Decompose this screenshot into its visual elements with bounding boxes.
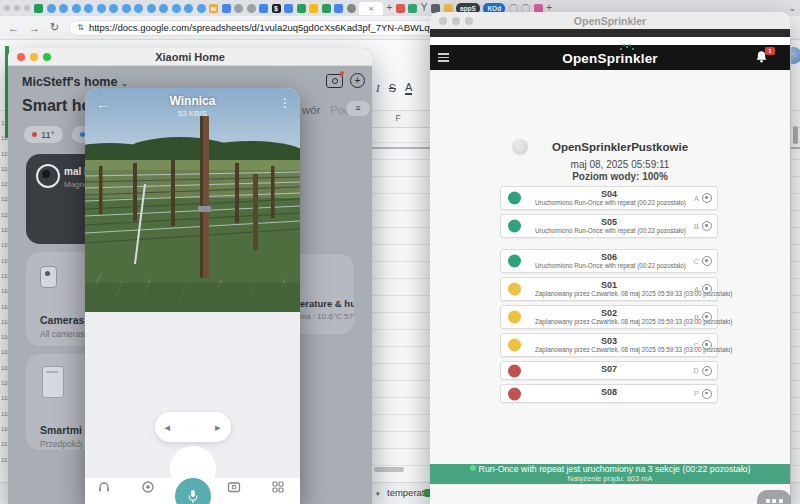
station-dial-icon[interactable]	[702, 389, 712, 399]
column-header-f[interactable]: F	[390, 113, 406, 123]
station-status-dot	[508, 311, 521, 324]
tab-favicon-icon[interactable]	[259, 4, 268, 13]
tab-favicon-icon[interactable]	[197, 4, 206, 13]
pan-left-icon[interactable]: ◂	[165, 421, 171, 434]
tab-overflow-chevron-icon[interactable]: ⌄	[788, 3, 796, 13]
station-row[interactable]: S06 Uruchomiono Run-Once with repeat (00…	[500, 249, 718, 273]
temperature-chip[interactable]: 11°	[24, 126, 63, 143]
pan-right-icon[interactable]: ▸	[215, 421, 221, 434]
tab-favicon-icon[interactable]	[172, 4, 181, 13]
station-row[interactable]: S04 Uruchomiono Run-Once with repeat (00…	[500, 186, 718, 210]
sheet-tab[interactable]: temperat	[387, 487, 425, 498]
tab-favicon-icon[interactable]	[334, 4, 343, 13]
back-button[interactable]: ←	[8, 22, 19, 34]
text-color-icon[interactable]: A	[405, 82, 412, 95]
tab-favicon-icon[interactable]: +	[387, 3, 393, 13]
tab-favicon-icon[interactable]	[72, 4, 81, 13]
station-dial-icon[interactable]	[702, 221, 712, 231]
tab-favicon-icon[interactable]	[34, 4, 43, 13]
chrome-minimize-button[interactable]	[14, 5, 20, 11]
opensprinkler-titlebar[interactable]: OpenSprinkler	[430, 12, 790, 29]
humidifier-device-icon	[42, 366, 64, 398]
station-status-text: Uruchomiono Run-Once with repeat (00:22 …	[535, 262, 683, 269]
station-name: S08	[535, 387, 683, 397]
horizontal-scrollbar[interactable]	[374, 467, 404, 472]
quick-actions-grid-button[interactable]	[757, 490, 791, 504]
running-dot-icon	[470, 465, 476, 471]
tab-favicon-icon[interactable]	[408, 4, 417, 13]
sheet-tab-dropdown-icon[interactable]: ▾	[376, 490, 380, 498]
tab-favicon-icon[interactable]	[347, 4, 356, 13]
add-device-button[interactable]: +	[350, 73, 365, 88]
tab-favicon-icon[interactable]	[147, 4, 156, 13]
url-field[interactable]: ⇅ https://docs.google.com/spreadsheets/d…	[69, 20, 437, 36]
vertical-scrollbar[interactable]	[793, 126, 798, 144]
room-tab-partial[interactable]: wór	[302, 104, 321, 116]
tab-favicon-icon[interactable]	[47, 4, 56, 13]
chrome-close-button[interactable]	[4, 5, 10, 11]
station-group-letter: A	[694, 285, 699, 294]
tab-favicon-icon[interactable]	[184, 4, 193, 13]
station-dial-icon[interactable]	[702, 284, 712, 294]
tab-favicon-icon[interactable]	[134, 4, 143, 13]
site-settings-icon[interactable]: ⇅	[77, 23, 84, 32]
station-row[interactable]: S02 Zaplanowany przez Czwartek, 08 maj 2…	[500, 305, 718, 329]
screenshot-icon[interactable]	[227, 480, 241, 498]
tab-favicon-icon[interactable]	[234, 4, 243, 13]
station-dial-icon[interactable]	[702, 193, 712, 203]
station-status-dot	[508, 283, 521, 296]
tab-favicon-icon[interactable]	[222, 4, 231, 13]
station-status-dot	[508, 255, 521, 268]
forward-button[interactable]: →	[29, 22, 40, 34]
more-menu-icon[interactable]: ⋮	[279, 96, 291, 110]
station-status-dot	[508, 364, 521, 377]
record-icon[interactable]	[141, 480, 155, 498]
tab-favicon-icon[interactable]	[59, 4, 68, 13]
station-status-dot	[508, 192, 521, 205]
tab-favicon-icon[interactable]: $	[272, 4, 281, 13]
tab-favicon-icon[interactable]	[322, 4, 331, 13]
more-grid-icon[interactable]	[271, 480, 285, 498]
run-status-bar: Run-Once with repeat jest uruchomiony na…	[430, 464, 790, 484]
tab-favicon-icon[interactable]	[309, 4, 318, 13]
station-dial-icon[interactable]	[702, 340, 712, 350]
station-row[interactable]: S07 D	[500, 361, 718, 380]
pan-control[interactable]: ◂ · · ▸	[155, 412, 231, 442]
tab-favicon-icon[interactable]: w	[209, 4, 218, 13]
xiaomi-titlebar[interactable]: Xiaomi Home	[8, 48, 372, 66]
tab-favicon-icon[interactable]	[297, 4, 306, 13]
station-list: S04 Uruchomiono Run-Once with repeat (00…	[500, 186, 718, 403]
tab-favicon-icon[interactable]: ×	[359, 2, 383, 15]
reload-button[interactable]: ↻	[50, 21, 59, 34]
station-dial-icon[interactable]	[702, 366, 712, 376]
station-row[interactable]: S05 Uruchomiono Run-Once with repeat (00…	[500, 214, 718, 238]
camera-live-view[interactable]: ← Winnica 53 KB/S ⋮	[85, 88, 300, 312]
station-name: S04	[535, 189, 683, 199]
station-dial-icon[interactable]	[702, 256, 712, 266]
headset-icon[interactable]	[97, 480, 111, 498]
tab-favicon-icon[interactable]	[122, 4, 131, 13]
water-level: Poziom wody: 100%	[480, 171, 760, 182]
station-row[interactable]: S08 P	[500, 384, 718, 403]
top-white-strip	[430, 37, 790, 45]
tab-favicon-icon[interactable]	[284, 4, 293, 13]
tab-favicon-icon[interactable]	[159, 4, 168, 13]
tab-favicon-icon[interactable]	[247, 4, 256, 13]
room-list-icon[interactable]: ≡	[346, 101, 370, 116]
italic-icon[interactable]: I	[376, 82, 380, 95]
tab-favicon-icon[interactable]: Y	[421, 3, 428, 13]
station-dial-icon[interactable]	[702, 312, 712, 322]
station-row[interactable]: S03 Zaplanowany przez Czwartek, 08 maj 2…	[500, 333, 718, 357]
tab-favicon-icon[interactable]	[97, 4, 106, 13]
tab-favicon-icon[interactable]	[109, 4, 118, 13]
camera-switch-icon[interactable]	[326, 74, 343, 88]
camera-lens-icon	[36, 164, 60, 188]
home-selector[interactable]: MicSteff's home ⌄	[22, 75, 128, 89]
tab-favicon-icon[interactable]	[396, 4, 405, 13]
station-group-letter: B	[694, 313, 699, 322]
tab-favicon-icon[interactable]	[84, 4, 93, 13]
strikethrough-icon[interactable]: S	[389, 82, 396, 95]
chrome-zoom-button[interactable]	[24, 5, 30, 11]
brand-logo: OpenSprinkler	[430, 51, 790, 66]
station-row[interactable]: S01 Zaplanowany przez Czwartek, 08 maj 2…	[500, 277, 718, 301]
